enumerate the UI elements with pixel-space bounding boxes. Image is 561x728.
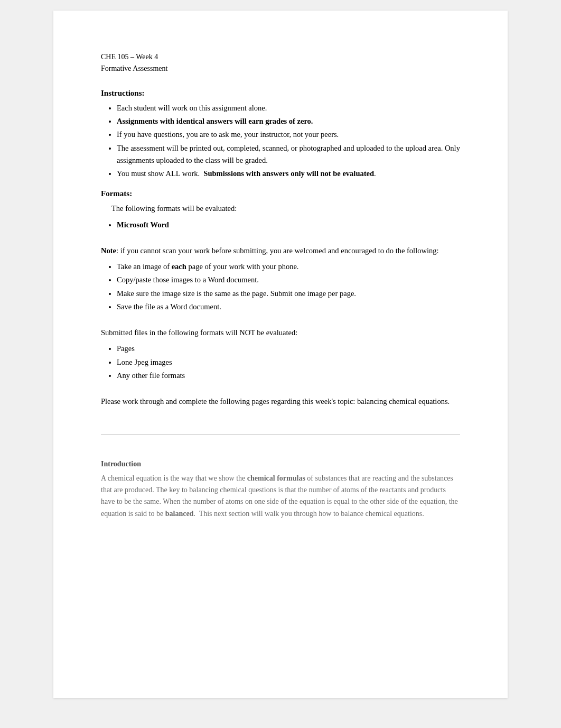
list-item: Any other file formats <box>117 370 460 382</box>
note-paragraph: Note: if you cannot scan your work befor… <box>101 245 460 256</box>
instructions-list: Each student will work on this assignmen… <box>117 102 460 180</box>
list-item: Assignments with identical answers will … <box>117 115 460 127</box>
list-item: Take an image of each page of your work … <box>117 261 460 273</box>
page: CHE 105 – Week 4 Formative Assessment In… <box>53 11 508 698</box>
list-item: Microsoft Word <box>117 219 460 231</box>
note-items-list: Take an image of each page of your work … <box>117 261 460 313</box>
course-title: CHE 105 – Week 4 <box>101 53 460 61</box>
list-item: Make sure the image size is the same as … <box>117 288 460 300</box>
list-item: You must show ALL work. Submissions with… <box>117 168 460 180</box>
list-item: If you have questions, you are to ask me… <box>117 128 460 141</box>
list-item: Pages <box>117 343 460 355</box>
list-item: Lone Jpeg images <box>117 356 460 368</box>
not-accepted-intro: Submitted files in the following formats… <box>101 327 460 338</box>
introduction-paragraph: A chemical equation is the way that we s… <box>101 473 460 520</box>
list-item: The assessment will be printed out, comp… <box>117 142 460 167</box>
formats-intro-text: The following formats will be evaluated: <box>111 202 460 214</box>
assessment-title: Formative Assessment <box>101 64 460 73</box>
closing-text: Please work through and complete the fol… <box>101 395 460 407</box>
formats-heading: Formats: <box>101 189 460 198</box>
instructions-heading: Instructions: <box>101 89 460 98</box>
list-item: Save the file as a Word document. <box>117 301 460 313</box>
list-item: Each student will work on this assignmen… <box>117 102 460 114</box>
introduction-heading: Introduction <box>101 460 460 468</box>
list-item: Copy/paste those images to a Word docume… <box>117 274 460 286</box>
not-accepted-list: Pages Lone Jpeg images Any other file fo… <box>117 343 460 382</box>
accepted-formats-list: Microsoft Word <box>117 219 460 231</box>
introduction-section: Introduction A chemical equation is the … <box>101 434 460 520</box>
